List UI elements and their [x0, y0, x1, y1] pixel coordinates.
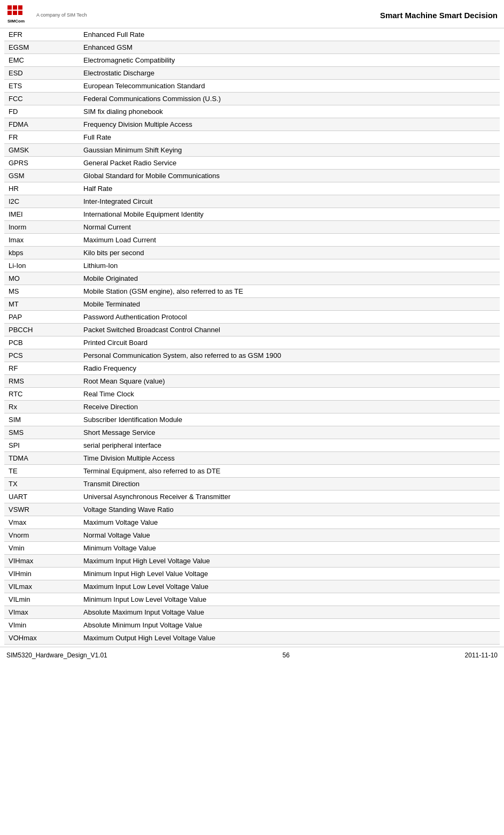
- definition-cell: Mobile Station (GSM engine), also referr…: [79, 285, 500, 298]
- abbreviation-cell: VImax: [4, 606, 79, 619]
- definition-cell: Absolute Minimum Input Voltage Value: [79, 619, 500, 632]
- definition-cell: Global Standard for Mobile Communication…: [79, 170, 500, 182]
- table-row: PBCCHPacket Switched Broadcast Control C…: [4, 324, 500, 336]
- definition-cell: Transmit Direction: [79, 478, 500, 491]
- abbreviation-cell: VIHmax: [4, 555, 79, 568]
- definition-cell: Enhanced Full Rate: [79, 28, 500, 41]
- abbreviation-cell: PAP: [4, 311, 79, 324]
- definition-cell: Short Message Service: [79, 426, 500, 439]
- table-row: ETSEuropean Telecommunication Standard: [4, 80, 500, 93]
- definition-cell: Minimum Input Low Level Voltage Value: [79, 593, 500, 606]
- table-row: InormNormal Current: [4, 221, 500, 234]
- simcom-logo: SIMCom: [6, 4, 32, 26]
- definition-cell: Personal Communication System, also refe…: [79, 349, 500, 362]
- abbreviations-table: EFREnhanced Full RateEGSMEnhanced GSMEMC…: [4, 28, 500, 645]
- table-row: kbpsKilo bits per second: [4, 247, 500, 259]
- abbreviation-cell: GPRS: [4, 157, 79, 170]
- page-header-title: Smart Machine Smart Decision: [380, 11, 498, 20]
- definition-cell: Universal Asynchronous Receiver & Transm…: [79, 491, 500, 503]
- svg-rect-2: [13, 5, 17, 10]
- abbreviation-cell: RF: [4, 362, 79, 375]
- table-row: VImaxAbsolute Maximum Input Voltage Valu…: [4, 606, 500, 619]
- abbreviation-cell: FDMA: [4, 118, 79, 131]
- table-row: MOMobile Originated: [4, 272, 500, 285]
- definition-cell: Minimum Input High Level Value Voltage: [79, 568, 500, 580]
- abbreviation-cell: Vmax: [4, 516, 79, 529]
- abbreviation-cell: HR: [4, 182, 79, 195]
- table-row: VIminAbsolute Minimum Input Voltage Valu…: [4, 619, 500, 632]
- abbreviation-cell: MO: [4, 272, 79, 285]
- svg-rect-4: [7, 11, 12, 15]
- page-header: SIMCom A company of SIM Tech Smart Machi…: [0, 0, 504, 28]
- definition-cell: Printed Circuit Board: [79, 336, 500, 349]
- definition-cell: Receive Direction: [79, 401, 500, 413]
- abbreviation-cell: EGSM: [4, 41, 79, 54]
- abbreviation-cell: SIM: [4, 413, 79, 426]
- svg-text:SIMCom: SIMCom: [7, 19, 25, 24]
- abbreviation-cell: VILmin: [4, 593, 79, 606]
- definition-cell: Terminal Equipment, also referred to as …: [79, 465, 500, 478]
- table-row: RTCReal Time Clock: [4, 388, 500, 401]
- abbreviation-cell: Vmin: [4, 542, 79, 555]
- table-row: ESDElectrostatic Discharge: [4, 67, 500, 80]
- table-row: UARTUniversal Asynchronous Receiver & Tr…: [4, 491, 500, 503]
- table-row: PCSPersonal Communication System, also r…: [4, 349, 500, 362]
- definition-cell: Half Rate: [79, 182, 500, 195]
- definition-cell: Full Rate: [79, 131, 500, 144]
- definition-cell: Kilo bits per second: [79, 247, 500, 259]
- abbreviation-cell: EFR: [4, 28, 79, 41]
- definition-cell: Gaussian Minimum Shift Keying: [79, 144, 500, 157]
- definition-cell: Maximum Voltage Value: [79, 516, 500, 529]
- abbreviation-cell: GSM: [4, 170, 79, 182]
- logo-subtitle: A company of SIM Tech: [36, 12, 87, 18]
- definition-cell: Radio Frequency: [79, 362, 500, 375]
- table-row: VmaxMaximum Voltage Value: [4, 516, 500, 529]
- table-row: SPIserial peripheral interface: [4, 439, 500, 452]
- table-row: TDMATime Division Multiple Access: [4, 452, 500, 465]
- table-row: GSMGlobal Standard for Mobile Communicat…: [4, 170, 500, 182]
- table-row: VIHminMinimum Input High Level Value Vol…: [4, 568, 500, 580]
- abbreviation-cell: VIHmin: [4, 568, 79, 580]
- abbreviation-cell: VOHmax: [4, 632, 79, 645]
- table-row: EMCElectromagnetic Compatibility: [4, 54, 500, 67]
- abbreviation-cell: RTC: [4, 388, 79, 401]
- abbreviation-cell: UART: [4, 491, 79, 503]
- abbreviation-cell: VImin: [4, 619, 79, 632]
- abbreviation-cell: FR: [4, 131, 79, 144]
- abbreviation-cell: ESD: [4, 67, 79, 80]
- abbreviation-cell: TX: [4, 478, 79, 491]
- table-row: SMSShort Message Service: [4, 426, 500, 439]
- definition-cell: Password Authentication Protocol: [79, 311, 500, 324]
- abbreviation-cell: Li-Ion: [4, 259, 79, 272]
- table-row: VOHmaxMaximum Output High Level Voltage …: [4, 632, 500, 645]
- definition-cell: Mobile Terminated: [79, 298, 500, 311]
- abbreviation-cell: FCC: [4, 93, 79, 105]
- definition-cell: serial peripheral interface: [79, 439, 500, 452]
- abbreviations-table-container: EFREnhanced Full RateEGSMEnhanced GSMEMC…: [0, 28, 504, 645]
- definition-cell: Root Mean Square (value): [79, 375, 500, 388]
- definition-cell: SIM fix dialing phonebook: [79, 105, 500, 118]
- logo-area: SIMCom A company of SIM Tech: [6, 4, 87, 26]
- table-row: RFRadio Frequency: [4, 362, 500, 375]
- abbreviation-cell: Rx: [4, 401, 79, 413]
- abbreviation-cell: TDMA: [4, 452, 79, 465]
- table-row: FDMAFrequency Division Multiple Access: [4, 118, 500, 131]
- table-row: VSWRVoltage Standing Wave Ratio: [4, 503, 500, 516]
- abbreviation-cell: SMS: [4, 426, 79, 439]
- definition-cell: Packet Switched Broadcast Control Channe…: [79, 324, 500, 336]
- definition-cell: Federal Communications Commission (U.S.): [79, 93, 500, 105]
- abbreviation-cell: GMSK: [4, 144, 79, 157]
- svg-rect-6: [18, 11, 22, 15]
- abbreviation-cell: VILmax: [4, 580, 79, 593]
- table-row: GPRSGeneral Packet Radio Service: [4, 157, 500, 170]
- table-row: GMSKGaussian Minimum Shift Keying: [4, 144, 500, 157]
- definition-cell: Minimum Voltage Value: [79, 542, 500, 555]
- definition-cell: Subscriber Identification Module: [79, 413, 500, 426]
- abbreviation-cell: RMS: [4, 375, 79, 388]
- table-row: FRFull Rate: [4, 131, 500, 144]
- abbreviation-cell: Vnorm: [4, 529, 79, 542]
- definition-cell: Maximum Output High Level Voltage Value: [79, 632, 500, 645]
- table-row: MSMobile Station (GSM engine), also refe…: [4, 285, 500, 298]
- definition-cell: Time Division Multiple Access: [79, 452, 500, 465]
- definition-cell: General Packet Radio Service: [79, 157, 500, 170]
